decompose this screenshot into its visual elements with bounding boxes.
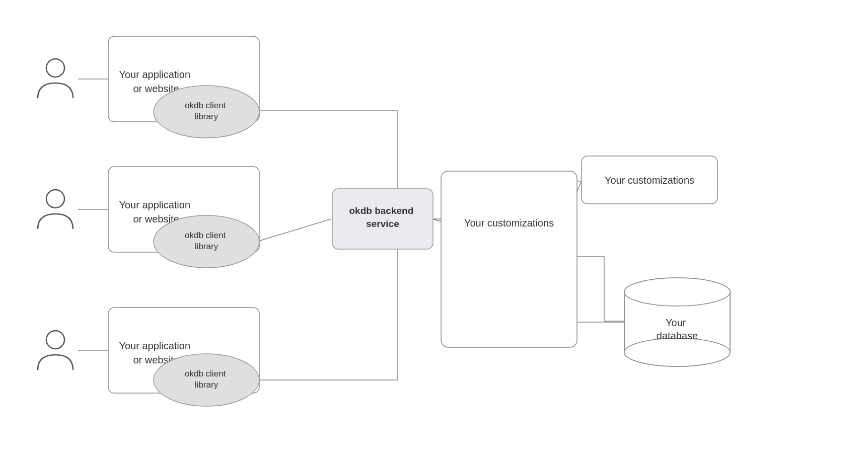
architecture-diagram: Your application or website Your applica… xyxy=(0,0,868,456)
svg-point-7 xyxy=(46,331,64,349)
svg-line-3 xyxy=(257,219,331,242)
person-icon-2 xyxy=(38,190,73,229)
custom-main-label: Your customizations xyxy=(464,217,554,229)
person-icon-3 xyxy=(38,331,73,370)
svg-point-5 xyxy=(46,59,64,77)
svg-point-6 xyxy=(46,190,64,208)
svg-point-13 xyxy=(624,338,730,366)
svg-point-14 xyxy=(624,278,730,306)
custom-top-label: Your customizations xyxy=(605,175,694,186)
custom-main-box xyxy=(441,171,577,347)
person-icon-1 xyxy=(38,59,73,98)
